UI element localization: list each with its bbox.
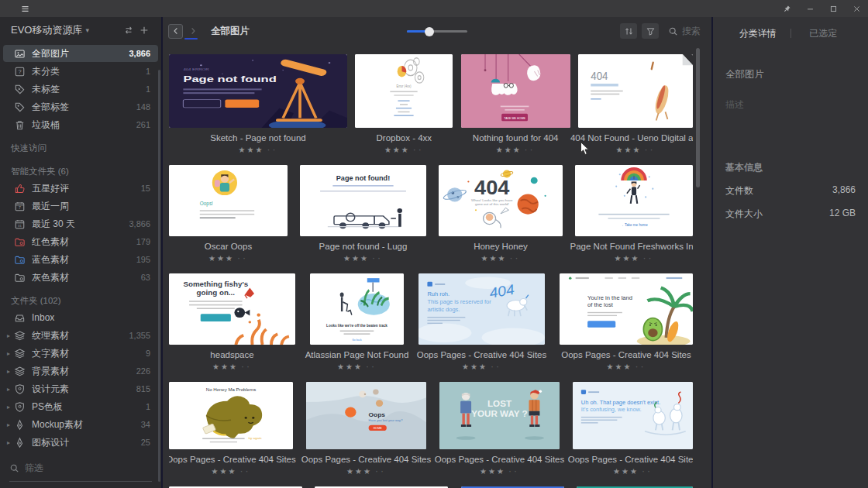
rating-stars[interactable]: ★★★·· <box>343 253 383 263</box>
sidebar-section-header[interactable]: 快速访问 <box>0 138 161 156</box>
forward-button[interactable] <box>185 24 200 39</box>
filter-button[interactable] <box>642 23 659 39</box>
tab-selected[interactable]: 已选定 <box>791 27 856 40</box>
thumbnail[interactable]: You're in the landof the lost <box>560 273 693 345</box>
sidebar-scrollbar[interactable] <box>158 70 160 482</box>
thumbnail[interactable]: → Take me home <box>575 165 693 236</box>
thumbnail[interactable]: Uh oh. That page doesn't exist.It's conf… <box>573 382 693 449</box>
grid-item[interactable]: No Honey Ma Problemstry againOops Pages … <box>169 382 293 476</box>
rating-stars[interactable]: ★★★·· <box>481 253 521 263</box>
sidebar-item[interactable]: 未标签1 <box>3 81 158 98</box>
sidebar-item[interactable]: ▸文字素材9 <box>3 345 158 362</box>
sidebar-item[interactable]: ▸背景素材226 <box>3 363 158 380</box>
sidebar-section-header[interactable]: 智能文件夹 (6) <box>0 161 161 180</box>
panel-title[interactable]: 全部图片 <box>725 68 856 81</box>
app-menu-button[interactable] <box>0 4 30 14</box>
rating-stars[interactable]: ★★★·· <box>212 361 252 372</box>
sidebar-item[interactable]: 31最近 30 天3,866 <box>3 215 158 232</box>
rating-stars[interactable]: ★★★·· <box>613 466 653 476</box>
back-button[interactable] <box>168 24 183 39</box>
thumbnail[interactable]: Looks like we're off the beaten trackGo … <box>310 273 404 345</box>
rating-stars[interactable]: ★★★·· <box>615 253 654 263</box>
thumbnail[interactable]: Error (4xx) <box>355 54 453 128</box>
sidebar-item[interactable]: 7最近一周 <box>3 198 158 215</box>
rating-stars[interactable]: ★★★·· <box>337 361 377 372</box>
thumbnail[interactable]: TAKE ME HOME <box>461 54 570 128</box>
rating-stars[interactable]: ★★★·· <box>607 361 646 372</box>
rating-stars[interactable]: ★★★·· <box>212 466 251 476</box>
thumbnail[interactable]: 404 ERRORPage not found <box>169 54 347 128</box>
grid-item[interactable]: Oops!Oscar Oops★★★·· <box>169 165 288 263</box>
thumbnail[interactable]: Oops! <box>169 165 288 236</box>
chevron-right-icon[interactable]: ▸ <box>5 439 12 446</box>
maximize-button[interactable] <box>822 0 845 17</box>
sidebar-item[interactable]: ▸PS色板1 <box>3 398 158 415</box>
grid-item[interactable]: Ruh roh.This page is reserved forartisti… <box>418 273 545 372</box>
thumbnail[interactable]: 404Whoa! Looks like you havegone out of … <box>439 165 563 236</box>
chevron-right-icon[interactable]: ▸ <box>5 386 12 393</box>
rating-stars[interactable]: ★★★·· <box>239 144 278 155</box>
sidebar-item[interactable]: ▾成品素材包 <box>3 452 158 455</box>
rating-stars[interactable]: ★★★·· <box>346 466 386 476</box>
sidebar-item[interactable]: 红色素材179 <box>3 233 158 250</box>
thumbnail[interactable]: 404 <box>578 54 693 128</box>
grid-item[interactable]: LOSTYOUR WAY ?Oops Pages - Creative 404 … <box>439 382 560 476</box>
description-placeholder[interactable]: 描述 <box>725 98 856 112</box>
sort-button[interactable] <box>620 23 637 39</box>
chevron-right-icon[interactable]: ▸ <box>5 332 12 339</box>
grid-item[interactable]: Uh oh. That page doesn't exist.It's conf… <box>573 382 693 476</box>
rating-stars[interactable]: ★★★·· <box>208 253 248 263</box>
thumbnail-size-slider[interactable] <box>407 26 467 36</box>
sidebar-item[interactable]: 灰色素材63 <box>3 269 158 286</box>
grid-item[interactable]: Page not found!Page not found - Lugg★★★·… <box>300 165 426 263</box>
sidebar-item[interactable]: 全部标签148 <box>3 98 158 115</box>
grid-item[interactable]: 404404 Not Found - Ueno Digital a...★★★·… <box>578 54 693 155</box>
thumbnail[interactable]: Page not found! <box>300 165 426 236</box>
grid-item[interactable]: 404 ERRORPage not foundSketch - Page not… <box>169 54 347 155</box>
rating-stars[interactable]: ★★★·· <box>480 466 519 476</box>
sidebar-item[interactable]: Inbox <box>3 309 158 326</box>
rating-stars[interactable]: ★★★·· <box>462 361 501 372</box>
chevron-right-icon[interactable]: ▸ <box>5 368 12 375</box>
grid-item[interactable]: TAKE ME HOMENothing found for 404★★★·· <box>461 54 570 155</box>
chevron-right-icon[interactable]: ▸ <box>5 404 12 411</box>
sidebar-item[interactable]: 五星好评15 <box>3 180 158 197</box>
sidebar-item[interactable]: ▸纹理素材1,355 <box>3 327 158 344</box>
tab-category-details[interactable]: 分类详情 <box>725 27 790 40</box>
grid-item[interactable]: Something fishy'sgoing on...headspace★★★… <box>169 273 295 372</box>
sidebar-item[interactable]: 垃圾桶261 <box>3 116 158 133</box>
sidebar-item[interactable]: 全部图片3,866 <box>3 45 158 62</box>
grid-item[interactable]: OopsHave you lost your way?HOMEOops Page… <box>306 382 426 476</box>
sidebar-section-header[interactable]: 文件夹 (102) <box>0 290 161 309</box>
thumbnail[interactable]: OopsHave you lost your way?HOME <box>306 382 426 449</box>
close-button[interactable] <box>845 0 868 17</box>
grid-item[interactable]: → Take me homePage Not Found Freshworks … <box>575 165 693 263</box>
pin-button[interactable] <box>775 0 798 17</box>
add-folder-button[interactable] <box>136 22 152 38</box>
grid-item[interactable]: 404Whoa! Looks like you havegone out of … <box>439 165 563 263</box>
grid-item[interactable]: Error (4xx)Dropbox - 4xx★★★·· <box>355 54 453 155</box>
chevron-right-icon[interactable]: ▸ <box>5 350 12 357</box>
search-input[interactable]: 搜索 <box>668 25 701 38</box>
sync-button[interactable] <box>121 22 136 38</box>
minimize-button[interactable] <box>798 0 822 17</box>
rating-stars[interactable]: ★★★·· <box>496 144 536 155</box>
library-switcher[interactable]: EVO移动资源库 ▾ <box>11 23 89 37</box>
rating-stars[interactable]: ★★★·· <box>616 144 656 155</box>
sidebar-item[interactable]: ▸设计元素815 <box>3 380 158 397</box>
sidebar-item[interactable]: ▸Mockup素材34 <box>3 416 158 433</box>
sidebar-item[interactable]: 蓝色素材195 <box>3 251 158 268</box>
sidebar-item[interactable]: ▸图标设计25 <box>3 434 158 451</box>
sidebar-filter-input[interactable]: 筛选 <box>9 455 152 482</box>
chevron-right-icon[interactable]: ▸ <box>5 421 12 428</box>
thumbnail[interactable]: Ruh roh.This page is reserved forartisti… <box>418 273 545 345</box>
thumbnail[interactable]: Something fishy'sgoing on... <box>169 273 295 345</box>
rating-stars[interactable]: ★★★·· <box>384 144 424 155</box>
thumbnail[interactable]: No Honey Ma Problemstry again <box>169 382 293 449</box>
slider-thumb[interactable] <box>425 27 434 36</box>
grid-item[interactable]: Looks like we're off the beaten trackGo … <box>310 273 404 372</box>
sidebar-item[interactable]: ?未分类1 <box>3 63 158 80</box>
grid-scrollbar[interactable] <box>696 48 700 187</box>
grid-item[interactable]: You're in the landof the lostOops Pages … <box>560 273 693 372</box>
thumbnail[interactable]: LOSTYOUR WAY ? <box>439 382 560 449</box>
